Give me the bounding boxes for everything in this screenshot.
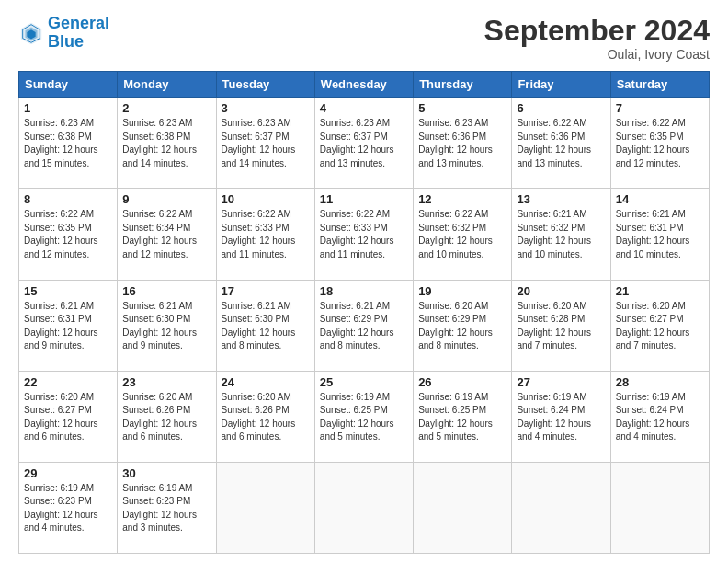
day-info: Sunrise: 6:19 AMSunset: 6:24 PMDaylight:… [616,391,704,444]
calendar-day-cell: 10 Sunrise: 6:22 AMSunset: 6:33 PMDaylig… [216,189,314,280]
day-number: 16 [122,284,210,298]
calendar-day-cell: 22 Sunrise: 6:20 AMSunset: 6:27 PMDaylig… [19,371,118,462]
logo-general: General [48,14,109,32]
day-number: 2 [122,101,210,115]
calendar-day-cell: 27 Sunrise: 6:19 AMSunset: 6:24 PMDaylig… [512,371,610,462]
day-info: Sunrise: 6:20 AMSunset: 6:27 PMDaylight:… [24,391,112,444]
day-info: Sunrise: 6:20 AMSunset: 6:28 PMDaylight:… [517,300,605,353]
day-info: Sunrise: 6:21 AMSunset: 6:29 PMDaylight:… [320,300,408,353]
calendar-day-cell: 3 Sunrise: 6:23 AMSunset: 6:37 PMDayligh… [216,98,314,189]
day-number: 22 [24,375,112,389]
calendar-day-cell [512,462,610,553]
calendar-day-cell: 8 Sunrise: 6:22 AMSunset: 6:35 PMDayligh… [19,189,118,280]
location: Oulai, Ivory Coast [484,47,710,62]
day-number: 20 [517,284,605,298]
day-info: Sunrise: 6:23 AMSunset: 6:38 PMDaylight:… [122,117,210,170]
logo: General Blue [18,15,109,52]
calendar-day-cell: 1 Sunrise: 6:23 AMSunset: 6:38 PMDayligh… [19,98,118,189]
day-info: Sunrise: 6:21 AMSunset: 6:30 PMDaylight:… [222,300,310,353]
weekday-header: Sunday [19,72,118,98]
weekday-header: Tuesday [216,72,314,98]
day-number: 3 [222,101,310,115]
day-number: 24 [222,375,310,389]
calendar-day-cell: 7 Sunrise: 6:22 AMSunset: 6:35 PMDayligh… [610,98,709,189]
day-number: 5 [418,101,506,115]
weekday-header: Thursday [414,72,512,98]
day-info: Sunrise: 6:21 AMSunset: 6:31 PMDaylight:… [616,208,704,261]
day-info: Sunrise: 6:21 AMSunset: 6:30 PMDaylight:… [122,300,210,353]
day-info: Sunrise: 6:19 AMSunset: 6:23 PMDaylight:… [24,482,112,535]
calendar-day-cell: 5 Sunrise: 6:23 AMSunset: 6:36 PMDayligh… [414,98,512,189]
calendar-day-cell: 28 Sunrise: 6:19 AMSunset: 6:24 PMDaylig… [610,371,709,462]
day-number: 10 [222,192,310,206]
calendar-day-cell: 26 Sunrise: 6:19 AMSunset: 6:25 PMDaylig… [414,371,512,462]
day-info: Sunrise: 6:19 AMSunset: 6:25 PMDaylight:… [320,391,408,444]
calendar-day-cell: 24 Sunrise: 6:20 AMSunset: 6:26 PMDaylig… [216,371,314,462]
day-number: 15 [24,284,112,298]
day-number: 25 [320,375,408,389]
logo-icon [18,20,44,46]
calendar-day-cell: 14 Sunrise: 6:21 AMSunset: 6:31 PMDaylig… [610,189,709,280]
day-number: 14 [616,192,704,206]
day-info: Sunrise: 6:19 AMSunset: 6:24 PMDaylight:… [517,391,605,444]
day-info: Sunrise: 6:22 AMSunset: 6:32 PMDaylight:… [418,208,506,261]
month-title: September 2024 [484,15,710,47]
calendar-day-cell: 29 Sunrise: 6:19 AMSunset: 6:23 PMDaylig… [19,462,118,553]
day-info: Sunrise: 6:22 AMSunset: 6:33 PMDaylight:… [222,208,310,261]
calendar-header-row: SundayMondayTuesdayWednesdayThursdayFrid… [19,72,710,98]
day-info: Sunrise: 6:21 AMSunset: 6:32 PMDaylight:… [517,208,605,261]
day-number: 8 [24,192,112,206]
weekday-header: Friday [512,72,610,98]
day-number: 11 [320,192,408,206]
day-number: 28 [616,375,704,389]
day-info: Sunrise: 6:23 AMSunset: 6:37 PMDaylight:… [222,117,310,170]
weekday-header: Wednesday [314,72,413,98]
day-info: Sunrise: 6:20 AMSunset: 6:27 PMDaylight:… [616,300,704,353]
day-info: Sunrise: 6:19 AMSunset: 6:25 PMDaylight:… [418,391,506,444]
day-info: Sunrise: 6:22 AMSunset: 6:34 PMDaylight:… [122,208,210,261]
day-number: 12 [418,192,506,206]
calendar-day-cell: 20 Sunrise: 6:20 AMSunset: 6:28 PMDaylig… [512,280,610,371]
day-number: 13 [517,192,605,206]
day-info: Sunrise: 6:22 AMSunset: 6:35 PMDaylight:… [616,117,704,170]
calendar-week-row: 1 Sunrise: 6:23 AMSunset: 6:38 PMDayligh… [19,98,710,189]
day-number: 23 [122,375,210,389]
calendar-day-cell [610,462,709,553]
logo-blue: Blue [48,32,84,51]
day-number: 9 [122,192,210,206]
calendar-body: 1 Sunrise: 6:23 AMSunset: 6:38 PMDayligh… [19,98,710,554]
calendar-day-cell: 11 Sunrise: 6:22 AMSunset: 6:33 PMDaylig… [314,189,413,280]
day-info: Sunrise: 6:20 AMSunset: 6:26 PMDaylight:… [122,391,210,444]
day-info: Sunrise: 6:22 AMSunset: 6:36 PMDaylight:… [517,117,605,170]
day-number: 1 [24,101,112,115]
calendar-day-cell [216,462,314,553]
calendar-day-cell: 13 Sunrise: 6:21 AMSunset: 6:32 PMDaylig… [512,189,610,280]
calendar-day-cell: 30 Sunrise: 6:19 AMSunset: 6:23 PMDaylig… [118,462,216,553]
calendar-day-cell: 12 Sunrise: 6:22 AMSunset: 6:32 PMDaylig… [414,189,512,280]
page: General Blue September 2024 Oulai, Ivory… [0,0,728,563]
day-info: Sunrise: 6:22 AMSunset: 6:35 PMDaylight:… [24,208,112,261]
day-number: 6 [517,101,605,115]
day-number: 7 [616,101,704,115]
day-number: 29 [24,466,112,480]
day-number: 19 [418,284,506,298]
calendar-week-row: 8 Sunrise: 6:22 AMSunset: 6:35 PMDayligh… [19,189,710,280]
calendar-week-row: 29 Sunrise: 6:19 AMSunset: 6:23 PMDaylig… [19,462,710,553]
calendar-day-cell [314,462,413,553]
day-info: Sunrise: 6:23 AMSunset: 6:37 PMDaylight:… [320,117,408,170]
day-info: Sunrise: 6:23 AMSunset: 6:36 PMDaylight:… [418,117,506,170]
calendar-day-cell: 17 Sunrise: 6:21 AMSunset: 6:30 PMDaylig… [216,280,314,371]
day-info: Sunrise: 6:23 AMSunset: 6:38 PMDaylight:… [24,117,112,170]
calendar-day-cell: 15 Sunrise: 6:21 AMSunset: 6:31 PMDaylig… [19,280,118,371]
calendar-table: SundayMondayTuesdayWednesdayThursdayFrid… [18,71,710,554]
calendar-day-cell: 23 Sunrise: 6:20 AMSunset: 6:26 PMDaylig… [118,371,216,462]
header: General Blue September 2024 Oulai, Ivory… [18,15,710,62]
day-info: Sunrise: 6:22 AMSunset: 6:33 PMDaylight:… [320,208,408,261]
day-number: 30 [122,466,210,480]
calendar-day-cell: 16 Sunrise: 6:21 AMSunset: 6:30 PMDaylig… [118,280,216,371]
day-info: Sunrise: 6:19 AMSunset: 6:23 PMDaylight:… [122,482,210,535]
title-block: September 2024 Oulai, Ivory Coast [484,15,710,62]
calendar-day-cell: 21 Sunrise: 6:20 AMSunset: 6:27 PMDaylig… [610,280,709,371]
day-number: 17 [222,284,310,298]
calendar-day-cell: 4 Sunrise: 6:23 AMSunset: 6:37 PMDayligh… [314,98,413,189]
